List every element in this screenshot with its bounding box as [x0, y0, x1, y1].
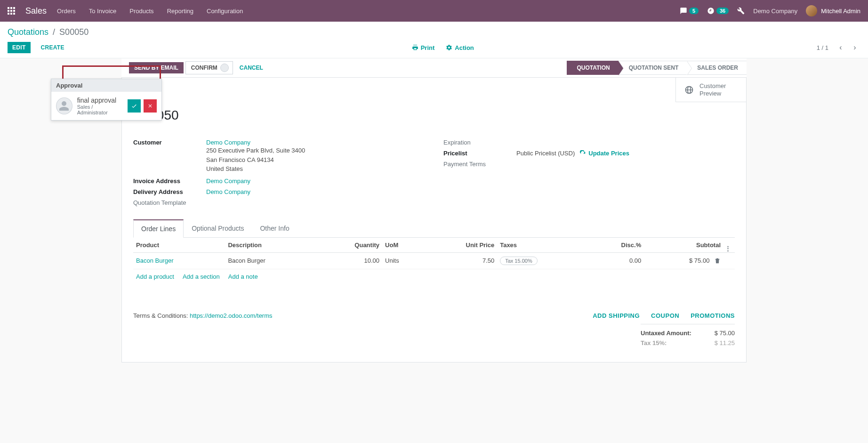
order-lines-table: Product Description Quantity UoM Unit Pr… — [133, 238, 735, 269]
chat-icon — [680, 7, 687, 15]
delivery-address-link[interactable]: Demo Company — [206, 188, 250, 195]
add-shipping-button[interactable]: Add Shipping — [593, 312, 640, 319]
row-tax-pill: Tax 15.00% — [500, 257, 537, 265]
label-expiration: Expiration — [443, 139, 516, 146]
col-uom: UoM — [382, 238, 424, 253]
messaging-button[interactable]: 5 — [680, 7, 699, 15]
clock-icon — [707, 7, 715, 15]
col-subtotal: Subtotal — [644, 238, 723, 253]
gear-icon — [446, 44, 452, 51]
column-menu-icon[interactable]: ⋮ — [725, 245, 731, 252]
pager-next[interactable]: › — [849, 42, 860, 53]
status-bar: Send by Email Confirm Cancel Quotation Q… — [121, 58, 747, 78]
close-icon — [147, 103, 153, 109]
menu-configuration[interactable]: Configuration — [207, 8, 243, 15]
table-row[interactable]: Bacon Burger Bacon Burger 10.00 Units 7.… — [133, 252, 735, 269]
main-menu: Orders To Invoice Products Reporting Con… — [57, 8, 243, 15]
trash-icon[interactable] — [714, 258, 721, 264]
approval-popover: Approval final approval Sales / Administ… — [51, 79, 162, 121]
col-product: Product — [133, 238, 225, 253]
form-sheet: Customer Preview S00050 Customer Demo Co… — [121, 78, 747, 362]
edit-button[interactable]: Edit — [8, 42, 31, 53]
user-menu[interactable]: Mitchell Admin — [806, 5, 860, 16]
tax-amount: $ 11.25 — [715, 339, 735, 346]
cancel-button[interactable]: Cancel — [235, 62, 268, 73]
update-prices-button[interactable]: Update Prices — [579, 150, 629, 157]
col-unit-price: Unit Price — [424, 238, 497, 253]
promotions-button[interactable]: Promotions — [691, 312, 735, 319]
tab-optional-products[interactable]: Optional Products — [184, 219, 252, 237]
customer-address-line3: United States — [206, 164, 305, 174]
tab-other-info[interactable]: Other Info — [252, 219, 297, 237]
add-note-link[interactable]: Add a note — [228, 273, 258, 280]
stage-sales-order[interactable]: Sales Order — [687, 61, 747, 75]
untaxed-amount: $ 75.00 — [715, 330, 735, 337]
col-taxes: Taxes — [497, 238, 589, 253]
approval-subtitle: Sales / Administrator — [77, 104, 123, 115]
stage-quotation-sent[interactable]: Quotation Sent — [619, 61, 687, 75]
create-button[interactable]: Create — [36, 42, 69, 53]
activity-badge: 36 — [716, 8, 729, 14]
company-selector[interactable]: Demo Company — [753, 8, 797, 15]
reject-button[interactable] — [144, 99, 157, 113]
pager-text: 1 / 1 — [817, 44, 828, 51]
menu-reporting[interactable]: Reporting — [167, 8, 193, 15]
add-section-link[interactable]: Add a section — [183, 273, 220, 280]
activities-button[interactable]: 36 — [707, 7, 729, 15]
totals: Untaxed Amount:$ 75.00 Tax 15%:$ 11.25 — [641, 324, 735, 348]
label-customer: Customer — [133, 139, 206, 174]
chat-badge: 5 — [689, 8, 699, 14]
pager-prev[interactable]: ‹ — [835, 42, 846, 53]
send-by-email-button[interactable]: Send by Email — [129, 62, 184, 73]
control-panel: Quotations / S00050 Edit Create Print Ac… — [0, 22, 868, 58]
menu-to-invoice[interactable]: To Invoice — [89, 8, 117, 15]
approver-avatar-icon — [220, 64, 229, 72]
print-button[interactable]: Print — [412, 44, 435, 51]
tab-order-lines[interactable]: Order Lines — [133, 219, 184, 238]
row-product-link[interactable]: Bacon Burger — [136, 257, 174, 264]
action-button[interactable]: Action — [446, 44, 474, 51]
brand: Sales — [25, 6, 47, 16]
customer-address-line1: 250 Executive Park Blvd, Suite 3400 — [206, 146, 305, 155]
col-quantity: Quantity — [317, 238, 382, 253]
invoice-address-link[interactable]: Demo Company — [206, 177, 250, 185]
breadcrumb-root[interactable]: Quotations — [8, 27, 48, 37]
approval-title: final approval — [77, 97, 123, 104]
label-pricelist: Pricelist — [443, 150, 516, 157]
row-quantity: 10.00 — [317, 252, 382, 269]
record-title: S00050 — [133, 108, 735, 123]
customer-preview-button[interactable]: Customer Preview — [675, 78, 746, 102]
notebook-tabs: Order Lines Optional Products Other Info — [133, 219, 735, 238]
customer-link[interactable]: Demo Company — [206, 139, 250, 146]
col-description: Description — [225, 238, 317, 253]
label-payment-terms: Payment Terms — [443, 161, 516, 168]
add-product-link[interactable]: Add a product — [136, 273, 174, 280]
menu-products[interactable]: Products — [129, 8, 153, 15]
terms-link[interactable]: https://demo2.odoo.com/terms — [190, 312, 273, 319]
approve-button[interactable] — [128, 99, 141, 113]
confirm-button[interactable]: Confirm — [185, 61, 233, 74]
approval-header: Approval — [51, 79, 161, 92]
row-uom: Units — [382, 252, 424, 269]
approval-avatar-icon — [56, 97, 72, 114]
label-delivery-address: Delivery Address — [133, 188, 206, 195]
terms-text: Terms & Conditions: https://demo2.odoo.c… — [133, 312, 273, 319]
menu-orders[interactable]: Orders — [57, 8, 76, 15]
debug-icon[interactable] — [737, 7, 745, 15]
top-nav: Sales Orders To Invoice Products Reporti… — [0, 0, 868, 22]
row-unit-price: 7.50 — [424, 252, 497, 269]
row-subtotal: $ 75.00 — [689, 257, 709, 264]
row-disc: 0.00 — [589, 252, 644, 269]
refresh-icon — [579, 150, 586, 157]
customer-address-line2: San Francisco CA 94134 — [206, 155, 305, 165]
label-invoice-address: Invoice Address — [133, 177, 206, 185]
print-icon — [412, 44, 418, 51]
globe-icon — [684, 85, 694, 95]
apps-icon[interactable] — [8, 7, 15, 15]
user-avatar-icon — [806, 5, 817, 16]
row-description: Bacon Burger — [225, 252, 317, 269]
label-quotation-template: Quotation Template — [133, 199, 206, 206]
stage-quotation[interactable]: Quotation — [567, 61, 619, 75]
breadcrumb-leaf: S00050 — [59, 27, 88, 37]
coupon-button[interactable]: Coupon — [651, 312, 679, 319]
